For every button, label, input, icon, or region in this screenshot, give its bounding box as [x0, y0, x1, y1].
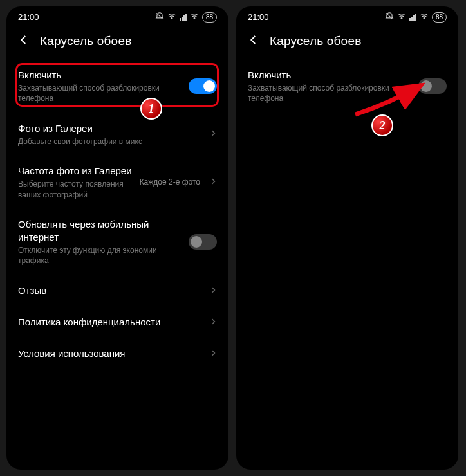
chevron-right-icon	[209, 127, 217, 141]
signal-icon	[180, 14, 187, 21]
row-review-title: Отзыв	[18, 284, 203, 297]
chevron-right-icon	[209, 316, 217, 329]
row-terms[interactable]: Условия использования	[6, 338, 228, 370]
statusbar: 21:00 88	[6, 6, 228, 25]
row-frequency-sub: Выберите частоту появления ваших фотогра…	[18, 179, 133, 199]
mute-icon	[385, 12, 394, 23]
chevron-right-icon	[209, 284, 217, 298]
annotation-badge-1: 1	[140, 98, 162, 120]
row-frequency[interactable]: Частота фото из Галереи Выберите частоту…	[6, 156, 228, 209]
battery-indicator: 88	[202, 12, 217, 23]
page-title: Карусель обоев	[40, 34, 131, 48]
svg-point-1	[171, 18, 172, 19]
back-button[interactable]	[248, 34, 259, 48]
row-enable-title: Включить	[18, 69, 182, 82]
wifi-icon	[167, 12, 176, 22]
status-time: 21:00	[248, 12, 269, 22]
row-enable[interactable]: Включить Захватывающий способ разблокиро…	[6, 60, 228, 113]
mute-icon	[155, 12, 164, 23]
chevron-right-icon	[209, 347, 217, 361]
row-frequency-value: Каждое 2-е фото	[140, 178, 200, 187]
row-gallery-sub: Добавьте свои фотографии в микс	[18, 136, 203, 147]
toggle-mobile-data[interactable]	[189, 234, 217, 250]
row-privacy-title: Политика конфиденциальности	[18, 316, 203, 329]
row-enable-title: Включить	[248, 69, 412, 82]
row-privacy[interactable]: Политика конфиденциальности	[6, 307, 228, 338]
page-header: Карусель обоев	[6, 25, 228, 60]
svg-point-2	[194, 18, 195, 19]
row-gallery[interactable]: Фото из Галереи Добавьте свои фотографии…	[6, 113, 228, 156]
chevron-right-icon	[209, 176, 217, 189]
phone-screen-left: 21:00 88 Карусель обоев Включить Захваты…	[6, 6, 228, 470]
back-button[interactable]	[18, 34, 30, 48]
row-enable-sub: Захватывающий способ разблокировки телеф…	[248, 83, 412, 104]
row-frequency-title: Частота фото из Галереи	[18, 165, 133, 178]
row-review[interactable]: Отзыв	[6, 275, 228, 307]
signal-icon	[409, 14, 416, 21]
row-enable[interactable]: Включить Захватывающий способ разблокиро…	[236, 60, 458, 113]
row-mobile-data[interactable]: Обновлять через мобильный интернет Отклю…	[6, 209, 228, 275]
phone-screen-right: 21:00 88 Карусель обоев Включить Захваты…	[236, 6, 458, 470]
statusbar: 21:00 88	[236, 6, 458, 25]
svg-point-5	[424, 18, 425, 19]
page-header: Карусель обоев	[236, 25, 458, 60]
page-title: Карусель обоев	[270, 34, 361, 48]
annotation-badge-2: 2	[371, 114, 393, 136]
row-gallery-title: Фото из Галереи	[18, 122, 203, 135]
wifi-icon-2	[190, 12, 199, 22]
row-mobile-title: Обновлять через мобильный интернет	[18, 218, 182, 244]
wifi-icon-2	[420, 12, 429, 22]
toggle-enable[interactable]	[189, 78, 217, 94]
svg-point-4	[401, 18, 402, 19]
row-mobile-sub: Отключите эту функцию для экономии трафи…	[18, 245, 182, 266]
battery-indicator: 88	[432, 12, 447, 23]
row-terms-title: Условия использования	[18, 347, 203, 360]
toggle-enable[interactable]	[418, 78, 447, 94]
wifi-icon	[397, 12, 406, 22]
status-time: 21:00	[18, 12, 39, 22]
